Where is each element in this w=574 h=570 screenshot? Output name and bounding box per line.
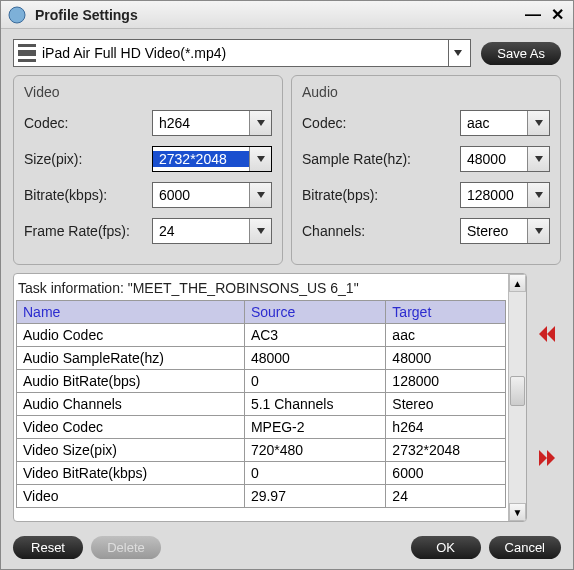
audio-group: Audio Codec: aac Sample Rate(hz): 48000 xyxy=(291,75,561,265)
task-title: Task information: "MEET_THE_ROBINSONS_US… xyxy=(16,276,506,300)
cell-target: 24 xyxy=(386,485,506,508)
chevron-down-icon[interactable] xyxy=(527,183,549,207)
next-task-button[interactable] xyxy=(536,447,558,472)
side-arrows xyxy=(533,273,561,522)
video-size-select[interactable]: 2732*2048 xyxy=(152,146,272,172)
cell-target: aac xyxy=(386,324,506,347)
video-size-label: Size(pix): xyxy=(24,151,152,167)
chevron-down-icon[interactable] xyxy=(527,219,549,243)
table-row[interactable]: Audio Channels5.1 ChannelsStereo xyxy=(17,393,506,416)
table-row[interactable]: Video Size(pix)720*4802732*2048 xyxy=(17,439,506,462)
chevron-down-icon[interactable] xyxy=(249,147,271,171)
svg-marker-7 xyxy=(535,156,543,162)
cell-source: 0 xyxy=(244,370,385,393)
video-size-value: 2732*2048 xyxy=(153,151,249,167)
svg-marker-3 xyxy=(257,156,265,162)
table-row[interactable]: Audio SampleRate(hz)4800048000 xyxy=(17,347,506,370)
col-source[interactable]: Source xyxy=(244,301,385,324)
svg-marker-9 xyxy=(535,228,543,234)
audio-samplerate-value: 48000 xyxy=(461,151,527,167)
audio-samplerate-select[interactable]: 48000 xyxy=(460,146,550,172)
profile-select[interactable]: iPad Air Full HD Video(*.mp4) xyxy=(13,39,471,67)
cell-source: MPEG-2 xyxy=(244,416,385,439)
task-header-row: Name Source Target xyxy=(17,301,506,324)
video-codec-value: h264 xyxy=(153,115,249,131)
svg-point-0 xyxy=(9,7,25,23)
svg-marker-12 xyxy=(539,450,547,466)
profile-row: iPad Air Full HD Video(*.mp4) Save As xyxy=(13,39,561,67)
video-codec-label: Codec: xyxy=(24,115,152,131)
col-target[interactable]: Target xyxy=(386,301,506,324)
video-framerate-select[interactable]: 24 xyxy=(152,218,272,244)
cancel-button[interactable]: Cancel xyxy=(489,536,561,559)
chevron-down-icon[interactable] xyxy=(527,111,549,135)
scroll-track[interactable] xyxy=(509,292,526,503)
svg-marker-8 xyxy=(535,192,543,198)
video-codec-select[interactable]: h264 xyxy=(152,110,272,136)
cell-source: 720*480 xyxy=(244,439,385,462)
table-row[interactable]: Video CodecMPEG-2h264 xyxy=(17,416,506,439)
cell-source: 29.97 xyxy=(244,485,385,508)
col-name[interactable]: Name xyxy=(17,301,245,324)
close-button[interactable]: ✕ xyxy=(547,5,567,25)
ok-button[interactable]: OK xyxy=(411,536,481,559)
profile-label: iPad Air Full HD Video(*.mp4) xyxy=(42,45,448,61)
content-area: iPad Air Full HD Video(*.mp4) Save As Vi… xyxy=(1,29,573,528)
video-bitrate-select[interactable]: 6000 xyxy=(152,182,272,208)
scroll-up-button[interactable]: ▲ xyxy=(509,274,526,292)
audio-channels-label: Channels: xyxy=(302,223,460,239)
chevron-down-icon[interactable] xyxy=(249,183,271,207)
table-row[interactable]: Audio BitRate(bps)0128000 xyxy=(17,370,506,393)
footer: Reset Delete OK Cancel xyxy=(1,528,573,569)
delete-button[interactable]: Delete xyxy=(91,536,161,559)
svg-marker-1 xyxy=(454,50,462,56)
task-scroll[interactable]: Task information: "MEET_THE_ROBINSONS_US… xyxy=(14,274,508,521)
audio-bitrate-select[interactable]: 128000 xyxy=(460,182,550,208)
table-row[interactable]: Video BitRate(kbps)06000 xyxy=(17,462,506,485)
scroll-down-button[interactable]: ▼ xyxy=(509,503,526,521)
save-as-button[interactable]: Save As xyxy=(481,42,561,65)
reset-button[interactable]: Reset xyxy=(13,536,83,559)
audio-legend: Audio xyxy=(302,84,550,100)
scroll-thumb[interactable] xyxy=(510,376,525,406)
cell-name: Video BitRate(kbps) xyxy=(17,462,245,485)
svg-marker-11 xyxy=(547,326,555,342)
cell-name: Audio SampleRate(hz) xyxy=(17,347,245,370)
table-row[interactable]: Audio CodecAC3aac xyxy=(17,324,506,347)
cell-target: 128000 xyxy=(386,370,506,393)
cell-source: 0 xyxy=(244,462,385,485)
cell-name: Audio BitRate(bps) xyxy=(17,370,245,393)
cell-target: 6000 xyxy=(386,462,506,485)
chevron-down-icon[interactable] xyxy=(249,219,271,243)
chevron-down-icon[interactable] xyxy=(249,111,271,135)
video-bitrate-value: 6000 xyxy=(153,187,249,203)
video-group: Video Codec: h264 Size(pix): 2732*2048 xyxy=(13,75,283,265)
settings-columns: Video Codec: h264 Size(pix): 2732*2048 xyxy=(13,75,561,265)
svg-marker-13 xyxy=(547,450,555,466)
chevron-down-icon[interactable] xyxy=(527,147,549,171)
vertical-scrollbar[interactable]: ▲ ▼ xyxy=(508,274,526,521)
profile-settings-window: Profile Settings — ✕ iPad Air Full HD Vi… xyxy=(0,0,574,570)
audio-samplerate-label: Sample Rate(hz): xyxy=(302,151,460,167)
table-row[interactable]: Video29.9724 xyxy=(17,485,506,508)
film-icon xyxy=(18,44,36,62)
chevron-down-icon[interactable] xyxy=(448,40,466,66)
titlebar: Profile Settings — ✕ xyxy=(1,1,573,29)
audio-codec-label: Codec: xyxy=(302,115,460,131)
prev-task-button[interactable] xyxy=(536,323,558,348)
cell-name: Video xyxy=(17,485,245,508)
audio-codec-select[interactable]: aac xyxy=(460,110,550,136)
cell-target: 48000 xyxy=(386,347,506,370)
minimize-button[interactable]: — xyxy=(523,5,543,25)
video-bitrate-label: Bitrate(kbps): xyxy=(24,187,152,203)
audio-channels-value: Stereo xyxy=(461,223,527,239)
cell-source: 48000 xyxy=(244,347,385,370)
app-icon xyxy=(7,5,27,25)
audio-channels-select[interactable]: Stereo xyxy=(460,218,550,244)
svg-marker-6 xyxy=(535,120,543,126)
window-title: Profile Settings xyxy=(31,7,519,23)
task-table: Name Source Target Audio CodecAC3aacAudi… xyxy=(16,300,506,508)
video-framerate-label: Frame Rate(fps): xyxy=(24,223,152,239)
cell-name: Video Size(pix) xyxy=(17,439,245,462)
audio-bitrate-label: Bitrate(bps): xyxy=(302,187,460,203)
